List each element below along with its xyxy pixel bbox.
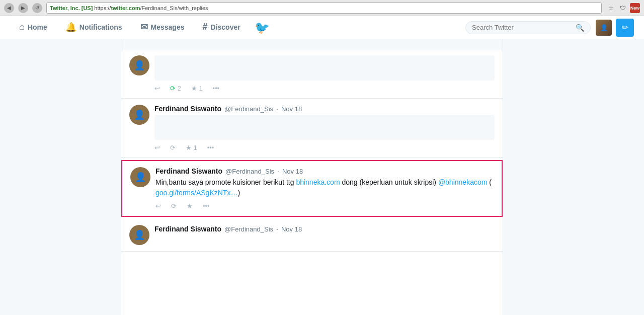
reply-button[interactable]: ↩ — [154, 144, 160, 151]
retweet-icon: ⟳ — [171, 202, 177, 210]
tweet-body: Ferdinand Siswanto @Ferdinand_Sis · Nov … — [154, 105, 495, 151]
compose-tweet-button[interactable]: ✏ — [616, 19, 634, 37]
avatar-image: 👤 — [129, 55, 149, 75]
tweet-body: ↩ ⟳ 2 ★ 1 ••• — [154, 55, 495, 92]
tweet-author-name: Ferdinand Siswanto — [154, 225, 221, 233]
tweet-actions: ↩ ⟳ ★ 1 ••• — [154, 144, 495, 151]
tweet-text-after-link1: dong (keperluan untuk skripsi) — [340, 178, 438, 186]
tweet-header: Ferdinand Siswanto @Ferdinand_Sis · Nov … — [154, 225, 495, 233]
feed-spacer — [121, 39, 503, 49]
tweet-link-bhinnekacom[interactable]: @bhinnekacom — [438, 178, 488, 186]
tweet-timestamp: Nov 18 — [281, 225, 302, 233]
main-layout: 👤 ↩ ⟳ 2 ★ 1 ••• — [0, 39, 644, 315]
browser-toolbar: ☆ 🛡 New — [606, 3, 640, 13]
refresh-button[interactable]: ↺ — [32, 3, 42, 13]
nav-discover[interactable]: # Discover — [194, 16, 250, 39]
tweet-author-handle: @Ferdinand_Sis — [225, 168, 274, 175]
tweet-text-before-link: Min,bantu saya promote kuisioner berikut… — [155, 178, 296, 186]
nav-notifications-label: Notifications — [79, 23, 122, 31]
nav-discover-label: Discover — [211, 23, 240, 31]
bookmark-star-icon[interactable]: ☆ — [606, 3, 616, 13]
retweet-count: 2 — [178, 85, 181, 92]
url-path: /Ferdinand_Sis/with_replies — [140, 5, 208, 11]
tweet-header: Ferdinand Siswanto @Ferdinand_Sis · Nov … — [155, 167, 494, 175]
search-bar[interactable]: 🔍 — [465, 21, 591, 34]
more-icon: ••• — [203, 202, 210, 210]
extension-icon-2[interactable]: New — [630, 3, 640, 13]
twitter-logo-icon: 🐦 — [255, 21, 270, 35]
avatar-image: 👤 — [129, 225, 149, 245]
forward-button[interactable]: ▶ — [18, 3, 28, 13]
like-count: 1 — [199, 85, 203, 92]
nav-messages-label: Messages — [151, 23, 185, 31]
retweet-button[interactable]: ⟳ — [170, 144, 176, 151]
tweet-text-mid: ( — [487, 178, 492, 186]
more-icon: ••• — [212, 85, 219, 92]
like-count: 1 — [194, 144, 197, 151]
tweet-link-bhinneka[interactable]: bhinneka.com — [296, 178, 340, 186]
tweet-image — [154, 115, 495, 140]
reply-icon: ↩ — [154, 144, 160, 151]
hashtag-icon: # — [203, 22, 208, 32]
search-input[interactable] — [472, 24, 573, 31]
reply-button[interactable]: ↩ — [155, 202, 161, 210]
tweet-actions: ↩ ⟳ 2 ★ 1 ••• — [154, 85, 495, 92]
retweet-icon: ⟳ — [170, 85, 176, 92]
like-icon: ★ — [187, 202, 193, 210]
sidebar-right — [503, 39, 644, 315]
more-button[interactable]: ••• — [212, 85, 219, 92]
url-protocol: https:// — [94, 5, 111, 11]
tweet-body: Ferdinand Siswanto @Ferdinand_Sis · Nov … — [154, 225, 495, 245]
like-icon: ★ — [191, 85, 197, 92]
tweet-item: 👤 Ferdinand Siswanto @Ferdinand_Sis · No… — [121, 219, 503, 252]
tweet-feed: 👤 ↩ ⟳ 2 ★ 1 ••• — [121, 39, 503, 315]
back-button[interactable]: ◀ — [4, 3, 14, 13]
home-icon: ⌂ — [19, 22, 25, 32]
nav-home[interactable]: ⌂ Home — [10, 16, 56, 39]
sidebar-left — [0, 39, 121, 315]
like-button[interactable]: ★ — [187, 202, 193, 210]
tweet-header: Ferdinand Siswanto @Ferdinand_Sis · Nov … — [154, 105, 495, 113]
tweet-author-handle: @Ferdinand_Sis — [224, 105, 273, 113]
like-icon: ★ — [186, 144, 192, 151]
search-submit-icon[interactable]: 🔍 — [576, 24, 584, 32]
tweet-separator: · — [276, 105, 278, 113]
url-bar[interactable]: Twitter, Inc. [US] https://twitter.com/F… — [46, 3, 602, 14]
retweet-button[interactable]: ⟳ 2 — [170, 85, 181, 92]
tweet-author-name: Ferdinand Siswanto — [154, 105, 221, 113]
more-button[interactable]: ••• — [207, 144, 214, 151]
avatar: 👤 — [129, 55, 149, 75]
nav-home-label: Home — [28, 23, 47, 31]
tweet-text-end: ) — [237, 189, 240, 197]
tweet-body: Ferdinand Siswanto @Ferdinand_Sis · Nov … — [155, 167, 494, 210]
tweet-item: 👤 Ferdinand Siswanto @Ferdinand_Sis · No… — [121, 99, 503, 158]
reply-button[interactable]: ↩ — [154, 85, 160, 92]
url-secure-label: Twitter, Inc. [US] — [50, 5, 93, 11]
more-icon: ••• — [207, 144, 214, 151]
avatar-image: 👤 — [130, 167, 150, 187]
bell-icon: 🔔 — [65, 22, 76, 33]
tweet-separator: · — [276, 225, 278, 233]
tweet-image — [154, 55, 495, 81]
highlighted-tweet-item: 👤 Ferdinand Siswanto @Ferdinand_Sis · No… — [121, 160, 503, 217]
tweet-timestamp: Nov 18 — [282, 168, 303, 175]
nav-messages[interactable]: ✉ Messages — [131, 16, 194, 39]
more-button[interactable]: ••• — [203, 202, 210, 210]
nav-notifications[interactable]: 🔔 Notifications — [56, 16, 131, 39]
twitter-navbar: ⌂ Home 🔔 Notifications ✉ Messages # Disc… — [0, 16, 644, 39]
extension-icon-1[interactable]: 🛡 — [618, 3, 628, 13]
profile-avatar[interactable]: 👤 — [596, 20, 612, 36]
retweet-button[interactable]: ⟳ — [171, 202, 177, 210]
tweet-separator: · — [277, 167, 279, 175]
like-button[interactable]: ★ 1 — [191, 85, 203, 92]
tweet-text: Min,bantu saya promote kuisioner berikut… — [155, 177, 494, 198]
url-domain: twitter.com — [111, 5, 140, 11]
browser-chrome: ◀ ▶ ↺ Twitter, Inc. [US] https://twitter… — [0, 0, 644, 16]
tweet-timestamp: Nov 18 — [281, 105, 302, 113]
tweet-link-goo[interactable]: goo.gl/forms/ASgKzNTx… — [155, 189, 237, 197]
reply-icon: ↩ — [155, 202, 161, 210]
like-button[interactable]: ★ 1 — [186, 144, 197, 151]
tweet-actions: ↩ ⟳ ★ ••• — [155, 202, 494, 210]
tweet-author-name: Ferdinand Siswanto — [155, 167, 222, 175]
avatar: 👤 — [129, 105, 149, 125]
